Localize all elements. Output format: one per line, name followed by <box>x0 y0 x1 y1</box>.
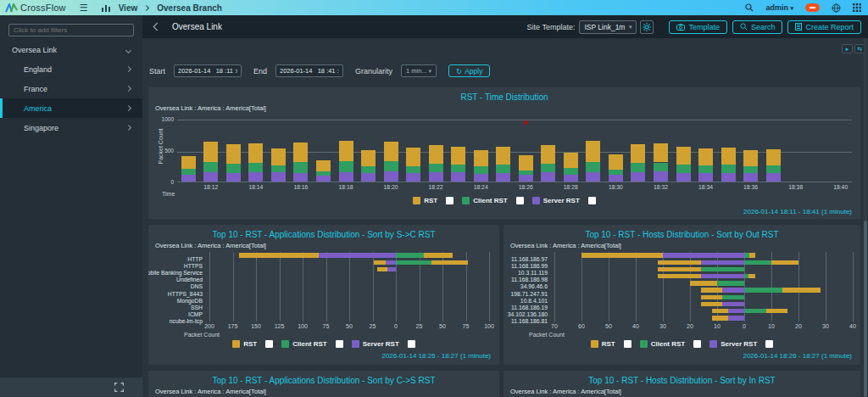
x-tick: 18:26 <box>515 184 537 190</box>
bar-segment-server <box>654 171 668 182</box>
bar-segment-rst <box>609 154 623 170</box>
alert-marker-dot[interactable] <box>524 120 528 125</box>
scrollbar[interactable] <box>864 38 867 397</box>
bar-segment-rst <box>377 267 387 272</box>
bar-segment-server <box>319 253 396 258</box>
bar-segment-client <box>609 170 623 175</box>
legend-checkbox[interactable] <box>446 197 453 204</box>
breadcrumb[interactable]: Oversea Branch <box>157 3 222 13</box>
chevron-down-icon <box>125 47 131 53</box>
bar-segment-client <box>429 164 443 172</box>
legend-checkbox[interactable] <box>265 340 273 348</box>
legend-label: RST <box>602 340 615 348</box>
gridline <box>349 252 350 322</box>
start-datetime-input[interactable] <box>174 64 242 77</box>
chart-time-range: 2026-01-14 18:26 - 18:27 (1 minute) <box>743 352 852 360</box>
sidebar-item-america[interactable]: America <box>0 98 142 118</box>
brand-logo[interactable]: CrossFlow <box>5 3 66 13</box>
bar-segment-client <box>717 281 744 286</box>
category-label: ICMP <box>148 311 203 318</box>
bar-segment-rst <box>701 302 723 307</box>
end-datetime-input[interactable] <box>275 64 343 77</box>
hosts-in-distribution-panel: Top 10 - RST - Hosts Distribution - Sort… <box>504 371 860 397</box>
content-header: Oversea Link Site Template: ISP Link_1m … <box>142 15 868 38</box>
bar-segment-rst <box>658 274 701 279</box>
chevron-right-icon <box>125 86 131 92</box>
legend-checkbox[interactable] <box>516 197 524 204</box>
bar-segment-rst <box>361 150 376 166</box>
legend-checkbox[interactable] <box>336 340 343 348</box>
search-icon[interactable] <box>745 3 754 12</box>
legend-swatch <box>640 340 648 348</box>
globe-icon[interactable] <box>832 3 841 13</box>
collapse-button[interactable]: ▸ <box>842 44 853 53</box>
template-button[interactable]: Template <box>669 20 727 34</box>
legend-item-rst: RST <box>232 340 273 348</box>
mini-chart-icon[interactable] <box>102 4 110 12</box>
filter-input[interactable] <box>8 24 134 36</box>
bar-segment-client <box>396 253 424 258</box>
legend-checkbox[interactable] <box>588 197 596 204</box>
bar-segment-client <box>519 171 533 176</box>
nav-view[interactable]: View <box>119 3 138 13</box>
site-template-settings-button[interactable] <box>640 20 654 34</box>
sidebar-item-oversea-link[interactable]: Oversea Link <box>0 41 142 59</box>
hamburger-menu-icon[interactable]: ☰ <box>80 3 88 14</box>
scrollbar-thumb[interactable] <box>864 221 867 397</box>
site-template-label: Site Template: <box>527 23 576 31</box>
apply-button[interactable]: ↻ Apply <box>448 64 490 77</box>
bar-segment-server <box>728 309 744 314</box>
x-tick: 100 <box>293 323 312 329</box>
category-label: 198.71.247.91 <box>504 290 548 297</box>
legend-checkbox[interactable] <box>693 340 701 348</box>
create-report-button[interactable]: Create Report <box>787 20 861 34</box>
x-tick: 75 <box>457 323 476 329</box>
bar-segment-rst <box>474 150 488 166</box>
bar-segment-server <box>766 173 781 182</box>
crossflow-logo-icon <box>5 3 18 13</box>
x-tick: 125 <box>270 323 289 329</box>
sidebar-item-england[interactable]: England <box>0 59 142 79</box>
report-icon <box>795 23 802 31</box>
bar-segment-client <box>248 163 263 173</box>
apps-grid-icon[interactable] <box>853 3 861 12</box>
alert-badge[interactable] <box>805 3 820 12</box>
bar-segment-rst <box>698 148 713 165</box>
y-tick: 500 <box>152 148 174 154</box>
legend-swatch <box>413 197 420 204</box>
chart-time-range: 2026-01-14 18:26 - 18:27 (1 minute) <box>381 352 491 360</box>
panel-toolbar: ▸ ⇆ <box>842 44 865 53</box>
sidebar-item-france[interactable]: France <box>0 79 142 98</box>
category-label: 11.168.186.99 <box>504 262 548 269</box>
bar-segment-client <box>722 295 744 300</box>
sidebar-item-singapore[interactable]: Singapore <box>0 118 142 137</box>
granularity-select[interactable]: 1 min...▾ <box>401 64 437 77</box>
sidebar-tree: Oversea Link EnglandFranceAmericaSingapo… <box>0 41 142 137</box>
legend-checkbox[interactable] <box>624 340 632 348</box>
bar-segment-rst <box>712 316 728 321</box>
site-template-select[interactable]: ISP Link_1m ▾ <box>579 20 637 34</box>
user-menu[interactable]: admin ▾ <box>765 3 793 12</box>
category-label: 11.168.186.19 <box>504 304 548 310</box>
bar-segment-server <box>271 172 286 182</box>
x-tick: 18:28 <box>559 184 581 190</box>
back-button[interactable] <box>153 23 162 31</box>
expand-icon[interactable] <box>114 383 124 392</box>
x-tick: 50 <box>340 323 359 329</box>
bar-segment-client <box>226 164 241 173</box>
bar-segment-server <box>743 173 758 182</box>
bar-segment-rst <box>181 156 196 169</box>
gridline <box>609 252 609 322</box>
chevron-right-icon <box>125 105 131 111</box>
x-axis-label: Time <box>162 191 175 197</box>
bar-segment-server <box>474 174 488 182</box>
bar-segment-rst <box>712 309 728 314</box>
bar-segment-server <box>676 173 691 182</box>
x-axis-ticks: 18:1218:1418:1618:1818:2018:2218:2418:26… <box>177 184 852 191</box>
legend-checkbox[interactable] <box>408 340 415 348</box>
search-button[interactable]: Search <box>732 20 783 34</box>
legend-label: RST <box>243 340 257 348</box>
bar-segment-client <box>361 166 376 174</box>
bar-segment-server <box>361 173 376 182</box>
legend-checkbox[interactable] <box>765 340 773 348</box>
